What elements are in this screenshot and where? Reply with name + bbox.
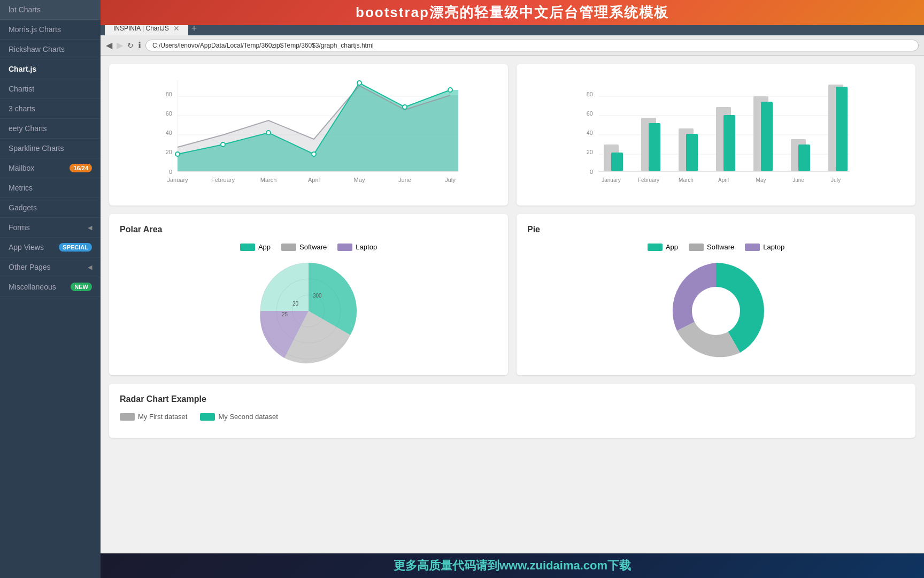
legend-app: App bbox=[240, 243, 271, 251]
svg-text:60: 60 bbox=[587, 110, 593, 117]
sidebar-item-lot-charts[interactable]: lot Charts bbox=[0, 0, 101, 20]
svg-text:May: May bbox=[756, 177, 766, 183]
line-chart-svg: 0 20 40 60 80 bbox=[120, 75, 497, 193]
sidebar-item-metrics[interactable]: Metrics bbox=[0, 178, 101, 198]
svg-point-19 bbox=[448, 88, 452, 92]
svg-text:80: 80 bbox=[166, 91, 172, 97]
svg-point-15 bbox=[266, 131, 271, 135]
sidebar-item-rickshaw[interactable]: Rickshaw Charts bbox=[0, 40, 101, 59]
svg-rect-45 bbox=[649, 123, 660, 171]
svg-text:20: 20 bbox=[166, 149, 172, 155]
radar-legend-first: My First dataset bbox=[120, 413, 187, 421]
sidebar-item-otherpages[interactable]: Other Pages ◀ bbox=[0, 257, 101, 277]
back-icon[interactable]: ◀ bbox=[106, 40, 112, 50]
top-charts-row: 0 20 40 60 80 bbox=[109, 64, 915, 206]
content-area: 0 20 40 60 80 bbox=[101, 56, 924, 578]
forward-icon: ▶ bbox=[117, 40, 123, 50]
legend-app-label: App bbox=[258, 243, 271, 251]
pie-app-color bbox=[648, 244, 663, 251]
svg-point-17 bbox=[357, 81, 361, 85]
svg-rect-49 bbox=[798, 144, 810, 171]
svg-text:25: 25 bbox=[282, 311, 288, 317]
sidebar-item-3charts[interactable]: 3 charts bbox=[0, 99, 101, 119]
svg-text:June: June bbox=[398, 177, 411, 183]
svg-point-18 bbox=[403, 105, 407, 109]
sidebar-item-mailbox[interactable]: Mailbox 16/24 bbox=[0, 158, 101, 178]
appviews-badge: SPECIAL bbox=[59, 243, 92, 252]
pie-legend-laptop: Laptop bbox=[745, 243, 784, 251]
svg-text:January: January bbox=[602, 177, 621, 183]
svg-rect-47 bbox=[723, 115, 735, 171]
svg-rect-48 bbox=[761, 102, 773, 171]
sidebar-item-eety[interactable]: eety Charts bbox=[0, 119, 101, 139]
radar-first-label: My First dataset bbox=[138, 413, 187, 421]
middle-charts-row: Polar Area App Software Laptop bbox=[109, 214, 915, 375]
sidebar-item-appviews[interactable]: App Views SPECIAL bbox=[0, 238, 101, 257]
pie-app-label: App bbox=[666, 243, 678, 251]
svg-text:June: June bbox=[792, 177, 804, 183]
svg-text:March: March bbox=[679, 177, 694, 183]
sidebar-item-miscellaneous[interactable]: Miscellaneous NEW bbox=[0, 277, 101, 297]
pie-software-color bbox=[689, 244, 704, 251]
sidebar-item-sparkline[interactable]: Sparkline Charts bbox=[0, 139, 101, 158]
svg-text:40: 40 bbox=[587, 130, 593, 136]
svg-text:0: 0 bbox=[169, 169, 172, 175]
sidebar-item-morrisjs[interactable]: Morris.js Charts bbox=[0, 20, 101, 40]
svg-text:0: 0 bbox=[590, 169, 593, 175]
otherpages-arrow-icon: ◀ bbox=[88, 264, 92, 271]
pie-laptop-color bbox=[745, 244, 760, 251]
svg-point-14 bbox=[221, 142, 225, 147]
sidebar-item-forms[interactable]: Forms ◀ bbox=[0, 218, 101, 238]
line-chart-card: 0 20 40 60 80 bbox=[109, 64, 508, 206]
svg-text:February: February bbox=[211, 177, 235, 183]
mailbox-badge: 16/24 bbox=[70, 164, 92, 172]
radar-second-label: My Second dataset bbox=[218, 413, 278, 421]
svg-text:60: 60 bbox=[166, 110, 172, 117]
sidebar-item-gadgets[interactable]: Gadgets bbox=[0, 198, 101, 218]
polar-legend: App Software Laptop bbox=[120, 243, 497, 251]
svg-text:80: 80 bbox=[587, 91, 593, 97]
polar-area-title: Polar Area bbox=[120, 225, 497, 234]
svg-text:January: January bbox=[167, 177, 188, 183]
polar-area-card: Polar Area App Software Laptop bbox=[109, 214, 508, 375]
bar-chart-svg: 0 20 40 60 80 bbox=[527, 75, 905, 193]
sidebar-item-chartist[interactable]: Chartist bbox=[0, 79, 101, 99]
legend-laptop-label: Laptop bbox=[356, 243, 377, 251]
pie-title: Pie bbox=[527, 225, 905, 234]
legend-app-color bbox=[240, 244, 255, 251]
pie-laptop-label: Laptop bbox=[763, 243, 784, 251]
main-area: bootstrap漂亮的轻量级中文后台管理系统模板 INSPINIA | Cha… bbox=[101, 0, 924, 578]
sidebar-item-chartjs[interactable]: Chart.js bbox=[0, 59, 101, 79]
svg-text:20: 20 bbox=[587, 149, 593, 155]
svg-rect-46 bbox=[686, 134, 698, 171]
polar-area-chart: 300 25 20 bbox=[120, 257, 497, 364]
svg-text:April: April bbox=[308, 177, 320, 183]
legend-software-color bbox=[281, 244, 296, 251]
info-icon: ℹ bbox=[138, 40, 141, 50]
sidebar: lot Charts Morris.js Charts Rickshaw Cha… bbox=[0, 0, 101, 578]
bottom-banner: 更多高质量代码请到www.zuidaima.com下载 bbox=[101, 553, 924, 578]
radar-legend-second: My Second dataset bbox=[200, 413, 278, 421]
tab-close-icon[interactable]: ✕ bbox=[173, 24, 180, 33]
radar-first-color bbox=[120, 413, 135, 421]
svg-text:April: April bbox=[718, 177, 729, 183]
pie-chart bbox=[527, 257, 905, 364]
legend-laptop-color bbox=[337, 244, 352, 251]
svg-point-64 bbox=[692, 287, 740, 335]
refresh-icon[interactable]: ↻ bbox=[127, 41, 134, 50]
svg-text:July: July bbox=[445, 177, 456, 183]
radar-title: Radar Chart Example bbox=[120, 394, 905, 404]
svg-text:May: May bbox=[354, 177, 365, 183]
forms-arrow-icon: ◀ bbox=[88, 224, 92, 231]
svg-rect-44 bbox=[611, 153, 623, 171]
browser-bar: ◀ ▶ ↻ ℹ C:/Users/lenovo/AppData/Local/Te… bbox=[101, 35, 924, 56]
svg-text:February: February bbox=[638, 177, 659, 183]
misc-badge: NEW bbox=[71, 283, 92, 291]
svg-rect-50 bbox=[836, 87, 848, 171]
pie-card: Pie App Software Laptop bbox=[517, 214, 915, 375]
pie-legend-app: App bbox=[648, 243, 678, 251]
svg-text:40: 40 bbox=[166, 130, 172, 136]
url-bar[interactable]: C:/Users/lenovo/AppData/Local/Temp/360zi… bbox=[145, 40, 919, 51]
legend-laptop: Laptop bbox=[337, 243, 377, 251]
tab-title: INSPINIA | ChartJS bbox=[113, 25, 169, 32]
